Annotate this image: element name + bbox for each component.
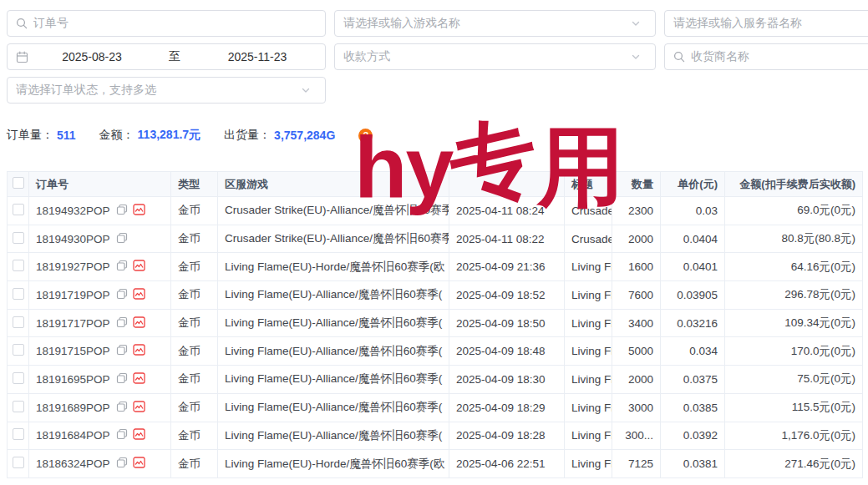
image-icon[interactable] [133, 428, 145, 442]
server-name-placeholder: 请选择或输入服务器名称 [673, 16, 868, 31]
amount-received: 109.34元(0元) [725, 309, 863, 337]
table-body: 18194932POP 金币 Crusader Strike(EU)-Allia… [8, 197, 863, 478]
order-time: 2025-04-09 18:29 [449, 393, 565, 422]
table-row: 18191717POP 金币 Living Flame(EU)-Alliance… [8, 309, 863, 337]
image-icon[interactable] [133, 204, 145, 218]
quantity: 7125 [612, 450, 661, 478]
date-end-value[interactable]: 2025-11-23 [200, 50, 315, 63]
order-time: 2025-04-06 22:51 [449, 450, 565, 478]
merchant-name-input[interactable]: 收货商名称 [664, 43, 868, 70]
quantity: 1600 [612, 253, 661, 281]
copy-icon[interactable] [116, 428, 128, 442]
image-icon[interactable] [133, 288, 145, 302]
copy-icon[interactable] [116, 288, 128, 302]
row-checkbox[interactable] [13, 401, 24, 412]
game-server: Crusader Strike(EU)-Alliance/魔兽怀旧60赛季 [218, 197, 449, 225]
order-number: 18191715POP [36, 345, 110, 357]
row-checkbox[interactable] [13, 260, 24, 271]
amount-received: 115.5元(0元) [725, 393, 863, 422]
row-checkbox[interactable] [13, 457, 24, 468]
amount-value: 113,281.7元 [138, 128, 201, 143]
volume-label: 出货量： [224, 128, 271, 143]
copy-icon[interactable] [116, 260, 128, 274]
date-start-value[interactable]: 2025-08-23 [34, 50, 150, 63]
game-server: Crusader Strike(EU)-Alliance/魔兽怀旧60赛季 [218, 225, 449, 253]
image-icon[interactable] [133, 344, 145, 358]
server-name-select[interactable]: 请选择或输入服务器名称 [664, 10, 868, 37]
order-type: 金币 [171, 393, 218, 422]
order-type: 金币 [171, 281, 218, 310]
order-time: 2025-04-09 18:52 [449, 281, 565, 310]
order-type: 金币 [171, 366, 218, 394]
quantity: 3000 [612, 393, 661, 422]
unit-price: 0.03 [661, 197, 725, 225]
order-title: Crusade [565, 197, 612, 225]
game-server: Living Flame(EU)-Alliance/魔兽怀旧60赛季( [218, 422, 449, 450]
game-name-select[interactable]: 请选择或输入游戏名称 [334, 10, 656, 37]
image-icon[interactable] [133, 372, 145, 386]
image-icon[interactable] [133, 316, 145, 331]
image-icon[interactable] [133, 457, 145, 471]
order-title: Living Fl [565, 366, 612, 394]
order-count-label: 订单量： [7, 128, 53, 143]
order-number-placeholder: 订单号 [33, 16, 317, 31]
table-row: 18191695POP 金币 Living Flame(EU)-Alliance… [8, 366, 863, 394]
copy-icon[interactable] [116, 232, 128, 246]
date-range-separator: 至 [150, 49, 200, 64]
date-range-picker[interactable]: 2025-08-23 至 2025-11-23 [7, 43, 326, 70]
row-checkbox[interactable] [13, 372, 24, 384]
order-type: 金币 [171, 337, 218, 366]
merchant-name-placeholder: 收货商名称 [691, 49, 868, 64]
col-header-time [449, 172, 565, 197]
row-checkbox[interactable] [13, 232, 24, 244]
copy-icon[interactable] [116, 344, 128, 358]
copy-icon[interactable] [116, 204, 128, 218]
game-server: Living Flame(EU)-Horde/魔兽怀旧60赛季(欧 [218, 450, 449, 478]
payment-method-select[interactable]: 收款方式 [334, 43, 656, 70]
order-number: 18191717POP [36, 317, 110, 330]
table-header-row: 订单号 类型 区服游戏 标题 数量 单价(元) 金额(扣手续费后实收额) [8, 172, 863, 197]
row-checkbox[interactable] [13, 344, 24, 356]
chevron-down-icon [631, 18, 641, 28]
order-number: 18191719POP [36, 289, 110, 301]
chevron-down-icon [301, 85, 311, 95]
order-title: Living Fl [565, 393, 612, 422]
unit-price: 0.0381 [661, 450, 725, 478]
table-row: 18186324POP 金币 Living Flame(EU)-Horde/魔兽… [8, 450, 863, 478]
order-number: 18191684POP [36, 429, 110, 442]
order-status-multiselect[interactable]: 请选择订单状态，支持多选 [7, 77, 326, 104]
image-icon[interactable] [133, 260, 145, 274]
select-all-checkbox[interactable] [13, 177, 24, 189]
amount-received: 64.16元(0元) [725, 253, 863, 281]
order-number: 18191689POP [36, 402, 110, 414]
copy-icon[interactable] [116, 316, 128, 331]
row-checkbox[interactable] [13, 428, 24, 440]
order-type: 金币 [171, 225, 218, 253]
unit-price: 0.0385 [661, 393, 725, 422]
row-checkbox[interactable] [13, 204, 24, 215]
game-server: Living Flame(EU)-Alliance/魔兽怀旧60赛季( [218, 393, 449, 422]
image-icon[interactable] [133, 401, 145, 415]
order-title: Living Fl [565, 309, 612, 337]
col-header-price: 单价(元) [661, 172, 725, 197]
order-time: 2025-04-09 18:50 [449, 309, 565, 337]
order-title: Living Fl [565, 337, 612, 366]
copy-icon[interactable] [116, 457, 128, 471]
help-icon[interactable]: ? [358, 129, 373, 143]
order-number: 18194932POP [36, 205, 110, 217]
row-checkbox[interactable] [13, 316, 24, 328]
table-row: 18191684POP 金币 Living Flame(EU)-Alliance… [8, 422, 863, 450]
chevron-down-icon [631, 52, 641, 62]
copy-icon[interactable] [116, 401, 128, 415]
game-server: Living Flame(EU)-Alliance/魔兽怀旧60赛季( [218, 309, 449, 337]
copy-icon[interactable] [116, 372, 128, 386]
calendar-icon [16, 51, 28, 63]
table-row: 18194930POP 金币 Crusader Strike(EU)-Allia… [8, 225, 863, 253]
order-time: 2025-04-09 18:48 [449, 337, 565, 366]
quantity: 5000 [612, 337, 661, 366]
unit-price: 0.03905 [661, 281, 725, 310]
row-checkbox[interactable] [13, 288, 24, 300]
order-number-input[interactable]: 订单号 [7, 10, 326, 37]
order-title: Living Fl [565, 450, 612, 478]
payment-method-placeholder: 收款方式 [343, 49, 631, 64]
